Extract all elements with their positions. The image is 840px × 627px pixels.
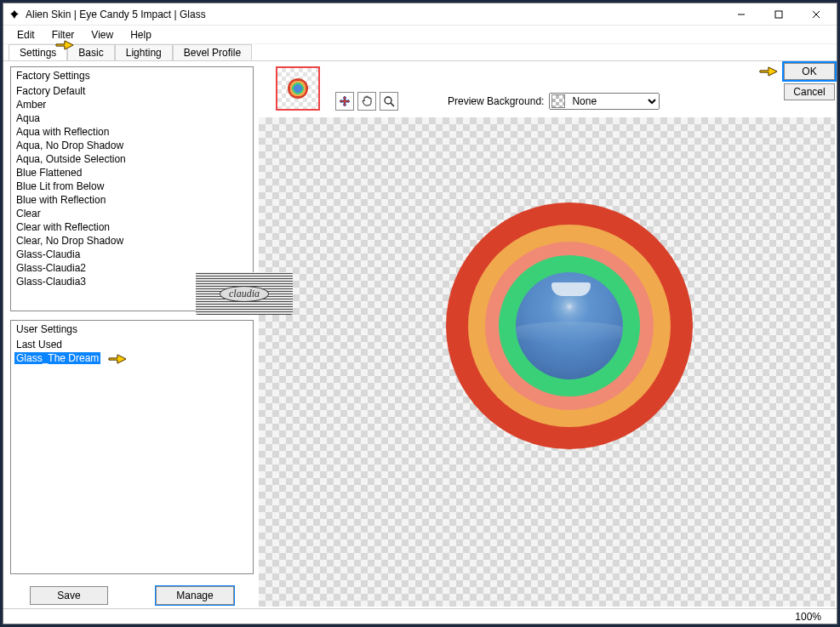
maximize-button[interactable] xyxy=(760,4,797,25)
settings-tabbar: Settings Basic Lighting Bevel Profile xyxy=(3,44,837,61)
preview-canvas[interactable] xyxy=(259,117,835,607)
statusbar: 100% xyxy=(3,608,837,624)
ok-button[interactable]: OK xyxy=(784,63,835,80)
preview-thumbnail[interactable] xyxy=(276,66,320,111)
save-button[interactable]: Save xyxy=(30,586,108,605)
user-list[interactable]: Last Used Glass_The Dream xyxy=(11,338,253,573)
factory-list[interactable]: Factory Default Amber Aqua Aqua with Ref… xyxy=(11,84,253,311)
minimize-button[interactable] xyxy=(723,4,760,25)
list-item[interactable]: Glass-Claudia3 xyxy=(11,275,253,288)
preview-tools xyxy=(335,92,398,111)
factory-settings-listbox: Factory Settings Factory Default Amber A… xyxy=(10,66,254,311)
list-item[interactable]: Blue with Reflection xyxy=(11,193,253,207)
list-item[interactable]: Aqua xyxy=(11,111,253,125)
list-item[interactable]: Blue Flattened xyxy=(11,166,253,180)
user-title: User Settings xyxy=(11,321,253,338)
glass-sphere-preview xyxy=(446,202,693,449)
tutorial-hand-icon xyxy=(107,351,129,367)
preview-toolbar: Preview Background: None xyxy=(257,61,837,116)
tutorial-hand-icon xyxy=(758,64,780,79)
list-item[interactable]: Aqua, No Drop Shadow xyxy=(11,139,253,152)
hand-tool-icon[interactable] xyxy=(357,92,376,111)
tab-lighting[interactable]: Lighting xyxy=(115,44,173,60)
zoom-tool-icon[interactable] xyxy=(380,92,398,111)
move-tool-icon[interactable] xyxy=(335,92,354,111)
list-item[interactable]: Last Used xyxy=(11,338,253,351)
right-panel: OK Cancel xyxy=(257,61,837,608)
dialog-buttons: OK Cancel xyxy=(758,63,835,100)
list-item[interactable]: Aqua with Reflection xyxy=(11,125,253,139)
cancel-button[interactable]: Cancel xyxy=(784,83,835,100)
list-item[interactable]: Amber xyxy=(11,98,253,111)
main-row: Factory Settings Factory Default Amber A… xyxy=(3,61,837,608)
svg-line-5 xyxy=(391,103,394,106)
menu-view[interactable]: View xyxy=(83,26,122,43)
list-item[interactable]: Glass-Claudia2 xyxy=(11,261,253,275)
left-panel: Factory Settings Factory Default Amber A… xyxy=(3,61,257,608)
window-title: Alien Skin | Eye Candy 5 Impact | Glass xyxy=(26,9,206,20)
list-item-selected[interactable]: Glass_The Dream xyxy=(14,352,100,364)
titlebar: Alien Skin | Eye Candy 5 Impact | Glass xyxy=(3,3,837,26)
menu-edit[interactable]: Edit xyxy=(9,26,43,43)
preview-background-control: Preview Background: None xyxy=(448,93,660,110)
zoom-level: 100% xyxy=(795,611,821,623)
transparency-swatch-icon xyxy=(551,94,565,108)
list-item[interactable]: Clear, No Drop Shadow xyxy=(11,234,253,248)
app-icon xyxy=(9,9,20,20)
preview-bg-select[interactable]: None xyxy=(549,93,660,110)
list-item[interactable]: Blue Lit from Below xyxy=(11,180,253,193)
user-settings-listbox: User Settings Last Used Glass_The Dream xyxy=(10,320,254,574)
menu-help[interactable]: Help xyxy=(122,26,160,43)
tab-settings[interactable]: Settings xyxy=(9,44,67,60)
list-item[interactable]: Factory Default xyxy=(11,84,253,98)
close-button[interactable] xyxy=(797,4,835,25)
tab-bevel[interactable]: Bevel Profile xyxy=(173,44,252,60)
list-item[interactable]: Clear xyxy=(11,207,253,220)
svg-point-4 xyxy=(385,97,391,104)
manage-button[interactable]: Manage xyxy=(156,586,234,605)
svg-rect-1 xyxy=(775,11,782,18)
list-item[interactable]: Aqua, Outside Selection xyxy=(11,152,253,166)
left-buttons: Save Manage xyxy=(10,583,254,605)
menu-filter[interactable]: Filter xyxy=(43,26,83,43)
menubar: Edit Filter View Help xyxy=(3,26,837,44)
tab-basic[interactable]: Basic xyxy=(67,44,114,60)
factory-title: Factory Settings xyxy=(11,67,253,84)
preview-bg-label: Preview Background: xyxy=(448,95,544,107)
app-window: Alien Skin | Eye Candy 5 Impact | Glass … xyxy=(3,3,837,624)
list-item[interactable]: Clear with Reflection xyxy=(11,220,253,234)
list-item[interactable]: Glass-Claudia xyxy=(11,248,253,261)
